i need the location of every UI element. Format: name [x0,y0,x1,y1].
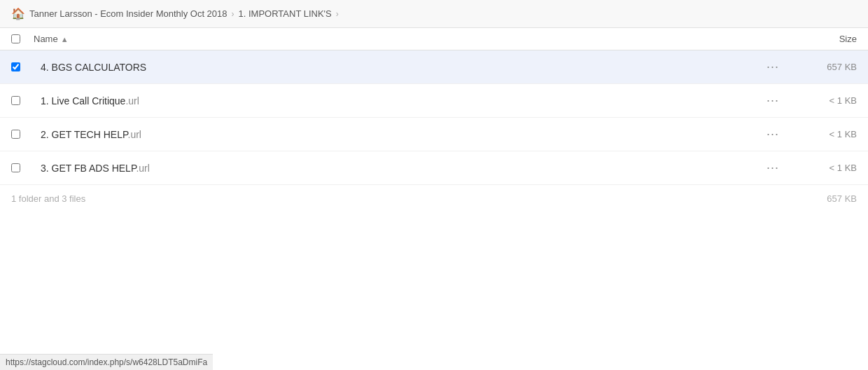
name-column-header[interactable]: Name ▲ [34,34,787,44]
summary-size: 657 KB [827,193,857,204]
table-header: Name ▲ Size [0,28,868,50]
item-extension: .url [128,129,141,140]
summary-row: 1 folder and 3 files 657 KB [0,185,868,212]
breadcrumb-separator-2: › [336,9,339,19]
item-name: 1. Live Call Critique.url [41,95,139,107]
breadcrumb: 🏠 Tanner Larsson - Ecom Insider Monthly … [0,0,868,28]
item-size: < 1 KB [787,95,857,106]
table-row[interactable]: 2. GET TECH HELP.url···< 1 KB [0,118,868,151]
item-name: 3. GET FB ADS HELP.url [41,163,150,174]
name-column-label: Name [34,34,58,44]
select-all-checkbox[interactable] [11,34,20,43]
item-extension: .url [136,163,149,174]
size-column-label: Size [839,34,857,44]
file-list: 4. BGS CALCULATORS···657 KB 1. Live Call… [0,50,868,185]
item-name: 2. GET TECH HELP.url [41,129,141,140]
more-actions-button[interactable]: ··· [762,125,783,143]
more-actions-button[interactable]: ··· [762,92,783,109]
breadcrumb-current[interactable]: 1. IMPORTANT LINK'S [239,8,332,19]
more-actions-button[interactable]: ··· [762,159,783,177]
row-checkbox[interactable] [11,130,20,139]
item-size: 657 KB [787,62,857,72]
home-icon: 🏠 [11,7,25,20]
item-extension: .url [125,95,139,107]
breadcrumb-root-label: Tanner Larsson - Ecom Insider Monthly Oc… [29,8,227,19]
item-size: < 1 KB [787,163,857,173]
sort-arrow-icon: ▲ [61,35,69,43]
item-size: < 1 KB [787,129,857,139]
table-row[interactable]: 4. BGS CALCULATORS···657 KB [0,50,868,84]
item-name: 4. BGS CALCULATORS [41,62,146,73]
breadcrumb-current-label: 1. IMPORTANT LINK'S [239,8,332,19]
table-row[interactable]: 3. GET FB ADS HELP.url···< 1 KB [0,151,868,185]
row-checkbox[interactable] [11,163,20,172]
select-all-col[interactable] [11,34,34,43]
table-row[interactable]: 1. Live Call Critique.url···< 1 KB [0,84,868,118]
summary-text: 1 folder and 3 files [11,193,85,204]
row-checkbox[interactable] [11,96,20,105]
size-column-header[interactable]: Size [787,34,857,44]
row-checkbox[interactable] [11,62,20,71]
breadcrumb-separator-1: › [232,9,234,19]
more-actions-button[interactable]: ··· [762,58,783,76]
breadcrumb-home[interactable]: 🏠 Tanner Larsson - Ecom Insider Monthly … [11,7,227,20]
